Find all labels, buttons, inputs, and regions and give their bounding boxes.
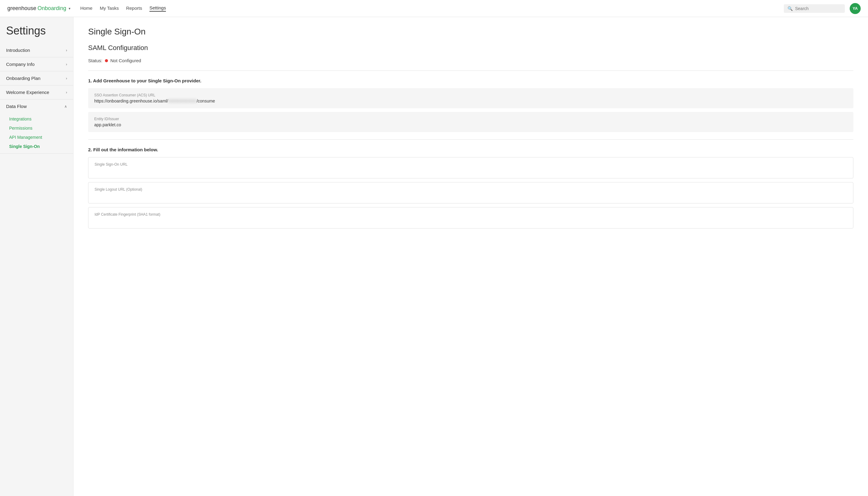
sidebar-section-header-welcome-experience[interactable]: Welcome Experience › [0,86,73,99]
idp-cert-box[interactable]: IdP Certificate Fingerprint (SHA1 format… [88,207,853,229]
sidebar-section-header-company-info[interactable]: Company Info › [0,57,73,71]
logo-greenhouse: greenhouse [7,5,36,12]
sidebar-section-onboarding-plan: Onboarding Plan › [0,72,73,86]
header-right: 🔍 YA [784,3,861,14]
acs-url-box: SSO Assertion Consumer (ACS) URL https:/… [88,88,853,108]
sidebar-section-header-onboarding-plan[interactable]: Onboarding Plan › [0,72,73,85]
sidebar-section-label-company-info: Company Info [6,62,34,67]
sidebar: Settings Introduction › Company Info › O… [0,17,73,496]
sso-url-input[interactable] [95,168,847,173]
logout-url-label: Single Logout URL (Optional) [95,187,847,191]
acs-url-label: SSO Assertion Consumer (ACS) URL [94,93,847,97]
chevron-down-icon-welcome: › [66,90,67,95]
logout-url-box[interactable]: Single Logout URL (Optional) [88,182,853,203]
page-title: Settings [0,25,73,43]
chevron-right-icon: › [66,48,67,52]
status-dot-icon [105,59,108,62]
acs-url-value: https://onboarding.greenhouse.io/saml/XX… [94,98,847,104]
chevron-down-icon: ▾ [69,6,70,11]
status-label: Status: [88,58,102,63]
sidebar-section-introduction: Introduction › [0,43,73,57]
idp-cert-input[interactable] [95,218,847,223]
divider-1 [88,71,853,71]
sidebar-section-welcome-experience: Welcome Experience › [0,86,73,99]
main-nav: Home My Tasks Reports Settings [80,5,784,12]
sidebar-item-integrations[interactable]: Integrations [0,114,73,124]
page-wrapper: Settings Introduction › Company Info › O… [0,17,868,496]
idp-cert-label: IdP Certificate Fingerprint (SHA1 format… [95,212,847,217]
nav-settings[interactable]: Settings [149,5,166,12]
entity-id-label: Entity ID/Issuer [94,117,847,121]
step2-label: 2. Fill out the information below. [88,147,853,152]
search-icon: 🔍 [788,6,793,11]
chevron-down-icon-onboarding: › [66,76,67,80]
status-badge: Not Configured [110,58,141,63]
main-content: Single Sign-On SAML Configuration Status… [73,17,868,496]
sidebar-item-single-sign-on[interactable]: Single Sign-On [0,142,73,151]
sidebar-section-label-onboarding-plan: Onboarding Plan [6,76,41,81]
saml-title: SAML Configuration [88,44,853,52]
status-row: Status: Not Configured [88,58,853,63]
chevron-down-icon-company: › [66,62,67,66]
sidebar-section-label-introduction: Introduction [6,48,30,53]
logo-onboarding: Onboarding [37,5,66,12]
sidebar-item-permissions[interactable]: Permissions [0,124,73,133]
sidebar-section-label-data-flow: Data Flow [6,104,27,109]
step1-label: 1. Add Greenhouse to your Single Sign-On… [88,78,853,83]
sidebar-section-data-flow: Data Flow ∧ Integrations Permissions API… [0,99,73,154]
avatar[interactable]: YA [850,3,861,14]
sidebar-item-api-management[interactable]: API Management [0,133,73,142]
data-flow-sub-items: Integrations Permissions API Management … [0,113,73,153]
sidebar-section-company-info: Company Info › [0,57,73,72]
acs-url-blurred: XXXXXXXXXX [168,98,196,104]
sso-url-label: Single Sign-On URL [95,162,847,167]
entity-id-box: Entity ID/Issuer app.parklet.co [88,112,853,132]
header: greenhouse Onboarding ▾ Home My Tasks Re… [0,0,868,17]
sso-url-box[interactable]: Single Sign-On URL [88,157,853,179]
chevron-up-icon-data-flow: ∧ [64,104,67,109]
sidebar-section-label-welcome-experience: Welcome Experience [6,90,49,95]
search-box[interactable]: 🔍 [784,4,845,13]
nav-my-tasks[interactable]: My Tasks [100,5,119,11]
section-heading: Single Sign-On [88,27,853,36]
sidebar-section-header-introduction[interactable]: Introduction › [0,43,73,57]
entity-id-value: app.parklet.co [94,122,847,127]
nav-home[interactable]: Home [80,5,92,11]
search-input[interactable] [795,6,841,11]
divider-2 [88,139,853,140]
sidebar-section-header-data-flow[interactable]: Data Flow ∧ [0,99,73,113]
logo[interactable]: greenhouse Onboarding ▾ [7,5,70,12]
logout-url-input[interactable] [95,193,847,198]
nav-reports[interactable]: Reports [126,5,142,11]
